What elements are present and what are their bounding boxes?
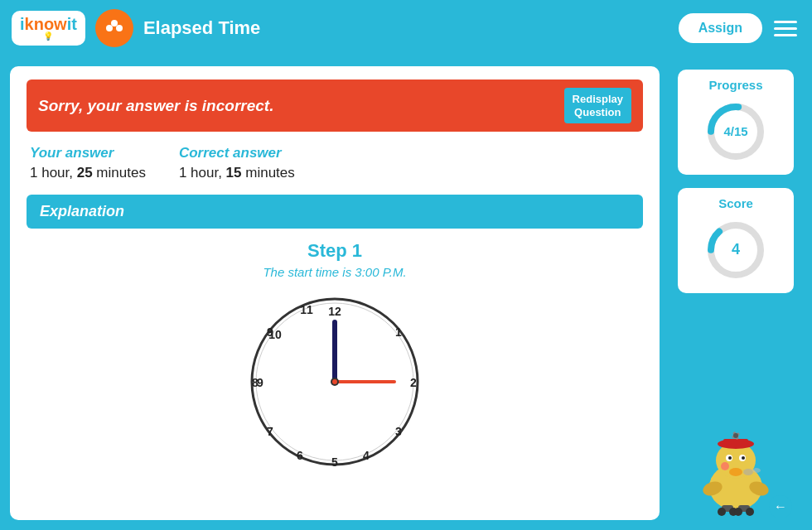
svg-text:12: 12 [328, 305, 341, 318]
svg-point-49 [734, 508, 742, 516]
correct-answer-value: 1 hour, 15 minutes [179, 165, 295, 181]
svg-text:4: 4 [732, 241, 740, 258]
svg-text:4: 4 [363, 449, 370, 462]
svg-text:4/15: 4/15 [723, 124, 747, 138]
progress-donut: 4/15 [703, 99, 769, 165]
logo: iknowit 💡 [12, 11, 85, 46]
menu-button[interactable] [771, 17, 800, 40]
svg-point-34 [733, 433, 738, 438]
incorrect-banner: Sorry, your answer is incorrect. Redispl… [27, 80, 643, 132]
clock-container: 12 1 2 3 4 5 6 7 8 9 9 10 11 [27, 291, 643, 473]
svg-text:3: 3 [395, 425, 402, 438]
redisplay-button[interactable]: RedisplayQuestion [564, 88, 631, 123]
incorrect-message: Sorry, your answer is incorrect. [38, 97, 273, 115]
hamburger-line-3 [774, 34, 797, 36]
svg-point-21 [332, 379, 337, 384]
svg-text:11: 11 [300, 303, 313, 316]
header-left: iknowit 💡 Elapsed Time [12, 9, 260, 47]
explanation-label: Explanation [40, 203, 124, 219]
app-header: iknowit 💡 Elapsed Time Assign [0, 0, 812, 56]
svg-point-41 [743, 469, 753, 475]
progress-title: Progress [708, 78, 762, 92]
right-sidebar: Progress 4/15 Score 4 [669, 66, 802, 520]
svg-text:1: 1 [395, 325, 402, 339]
assign-button[interactable]: Assign [679, 13, 762, 43]
svg-point-38 [728, 456, 732, 460]
svg-point-0 [106, 25, 113, 31]
svg-text:6: 6 [297, 449, 303, 462]
hamburger-line-2 [774, 27, 797, 30]
correct-answer-label: Correct answer [179, 145, 295, 161]
header-right: Assign [679, 13, 800, 43]
score-widget: Score 4 [678, 188, 794, 293]
your-answer-label: Your answer [30, 145, 146, 161]
mascot-area: ← [678, 306, 794, 520]
svg-text:9: 9 [257, 376, 263, 389]
correct-answer-block: Correct answer 1 hour, 15 minutes [179, 145, 295, 181]
back-arrow-icon: ← [774, 499, 787, 514]
step-title: Step 1 [27, 240, 643, 262]
progress-widget: Progress 4/15 [678, 70, 794, 175]
svg-point-2 [111, 20, 118, 26]
clock-svg: 12 1 2 3 4 5 6 7 8 9 9 10 11 [244, 291, 426, 473]
back-arrow-button[interactable]: ← [769, 495, 792, 518]
content-panel: Sorry, your answer is incorrect. Redispl… [10, 66, 660, 520]
step-subtitle: The start time is 3:00 P.M. [27, 265, 643, 279]
main-layout: Sorry, your answer is incorrect. Redispl… [0, 56, 812, 530]
score-donut: 4 [703, 217, 769, 283]
answers-row: Your answer 1 hour, 25 minutes Correct a… [27, 145, 643, 181]
svg-point-47 [718, 508, 726, 516]
your-answer-value: 1 hour, 25 minutes [30, 165, 146, 181]
hamburger-line-1 [774, 21, 797, 23]
svg-text:7: 7 [267, 425, 273, 438]
svg-text:10: 10 [268, 328, 282, 341]
svg-point-50 [746, 508, 754, 516]
svg-point-35 [729, 468, 742, 476]
your-answer-block: Your answer 1 hour, 25 minutes [30, 145, 146, 181]
score-title: Score [718, 196, 753, 210]
topic-icon [95, 9, 133, 47]
svg-point-39 [742, 456, 745, 460]
svg-rect-31 [723, 439, 748, 447]
svg-point-42 [752, 468, 761, 473]
svg-text:2: 2 [410, 376, 417, 389]
svg-text:5: 5 [331, 455, 338, 469]
explanation-header: Explanation [27, 195, 643, 229]
svg-point-40 [721, 462, 729, 470]
header-title: Elapsed Time [143, 17, 260, 39]
svg-point-1 [116, 25, 123, 31]
